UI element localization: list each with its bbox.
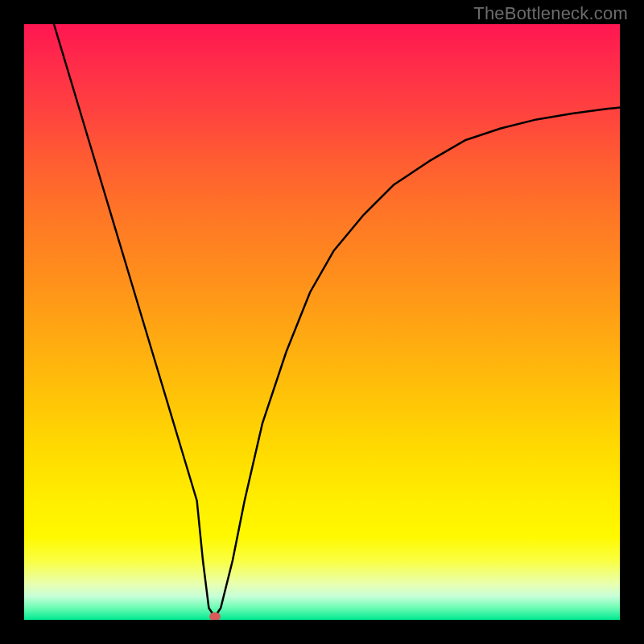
plot-area: [24, 24, 620, 620]
chart-frame: TheBottleneck.com: [0, 0, 644, 644]
watermark-text: TheBottleneck.com: [473, 3, 628, 24]
bottleneck-curve: [24, 24, 620, 620]
optimal-point-marker: [209, 613, 221, 620]
